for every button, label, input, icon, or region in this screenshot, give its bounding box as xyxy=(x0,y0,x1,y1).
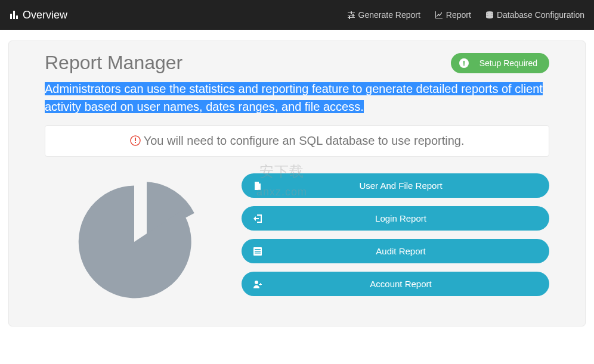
chart-column xyxy=(45,173,224,304)
lead-selection: Administrators can use the statistics an… xyxy=(45,82,543,113)
svg-rect-6 xyxy=(463,64,465,66)
lead-text: Administrators can use the statistics an… xyxy=(45,80,549,116)
nav-label: Database Configuration xyxy=(497,10,584,20)
action-label: Account Report xyxy=(264,279,537,289)
page-title: Report Manager xyxy=(45,52,182,74)
user-plus-icon xyxy=(253,280,264,288)
row: User And File Report Login Report Audit … xyxy=(45,173,549,304)
svg-rect-5 xyxy=(463,61,465,64)
nav-label: Generate Report xyxy=(358,10,420,20)
panel: Report Manager Setup Required Administra… xyxy=(8,41,586,326)
warning-icon xyxy=(130,135,141,146)
database-icon xyxy=(485,11,494,19)
user-and-file-report-button[interactable]: User And File Report xyxy=(242,173,549,198)
svg-rect-12 xyxy=(255,251,261,252)
setup-required-button[interactable]: Setup Required xyxy=(451,53,549,73)
brand-overview[interactable]: Overview xyxy=(10,9,67,21)
audit-report-button[interactable]: Audit Report xyxy=(242,239,549,263)
account-report-button[interactable]: Account Report xyxy=(242,272,549,296)
svg-rect-0 xyxy=(10,14,12,19)
svg-rect-1 xyxy=(13,11,15,19)
svg-rect-2 xyxy=(16,15,18,19)
login-report-button[interactable]: Login Report xyxy=(242,206,549,231)
action-label: Audit Report xyxy=(264,246,537,256)
list-icon xyxy=(253,247,264,256)
warning-text: You will need to configure an SQL databa… xyxy=(141,134,465,147)
nav-database-configuration[interactable]: Database Configuration xyxy=(485,10,584,20)
panel-header: Report Manager Setup Required xyxy=(45,52,549,74)
pie-chart-icon xyxy=(72,179,197,304)
bar-chart-icon xyxy=(10,10,19,20)
login-icon xyxy=(253,214,264,223)
nav-label: Report xyxy=(446,10,471,20)
brand-label: Overview xyxy=(23,9,67,21)
alert-circle-icon xyxy=(459,58,469,68)
warning-well: You will need to configure an SQL databa… xyxy=(45,125,549,157)
line-chart-icon xyxy=(435,11,443,19)
svg-rect-8 xyxy=(135,138,136,141)
nav-generate-report[interactable]: Generate Report xyxy=(347,10,420,20)
topbar-right: Generate Report Report Database Configur… xyxy=(347,10,584,20)
svg-point-14 xyxy=(255,281,258,284)
svg-point-3 xyxy=(486,11,493,14)
sliders-icon xyxy=(347,11,355,19)
topbar: Overview Generate Report Report Database… xyxy=(0,0,594,30)
nav-report[interactable]: Report xyxy=(435,10,471,20)
action-label: User And File Report xyxy=(264,181,537,191)
file-icon xyxy=(253,182,264,190)
setup-label: Setup Required xyxy=(479,58,537,68)
action-label: Login Report xyxy=(264,213,537,223)
svg-rect-9 xyxy=(135,142,136,143)
svg-rect-11 xyxy=(255,249,261,250)
svg-rect-13 xyxy=(255,253,261,254)
content: Report Manager Setup Required Administra… xyxy=(0,30,594,337)
actions-column: User And File Report Login Report Audit … xyxy=(242,173,549,304)
